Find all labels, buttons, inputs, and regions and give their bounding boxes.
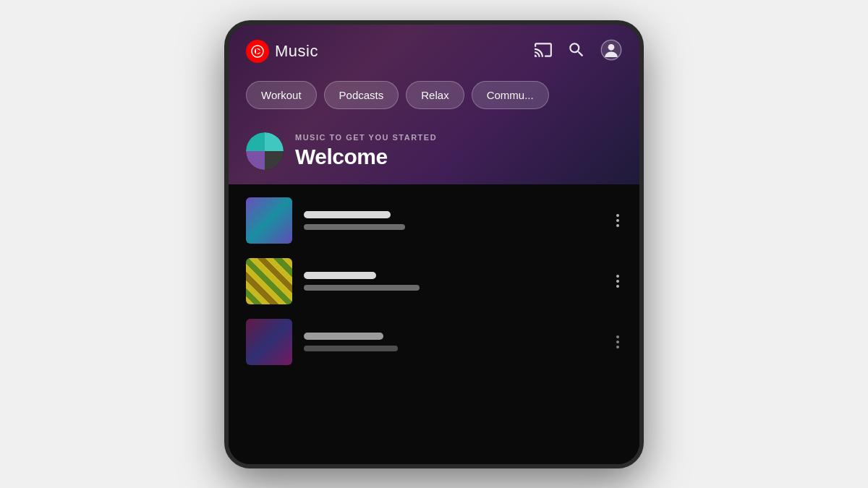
youtube-music-logo-icon <box>246 40 269 63</box>
welcome-section: MUSIC TO GET YOU STARTED Welcome <box>229 121 639 184</box>
track-more-button[interactable] <box>613 211 622 230</box>
track-info <box>304 211 602 230</box>
welcome-playlist-art <box>246 132 284 170</box>
chip-relax[interactable]: Relax <box>406 81 464 109</box>
track-more-button[interactable] <box>613 272 622 291</box>
welcome-subtitle: MUSIC TO GET YOU STARTED <box>295 133 437 142</box>
more-dot <box>616 275 619 278</box>
track-more-button[interactable] <box>613 333 622 351</box>
account-icon[interactable] <box>600 39 622 64</box>
logo-area: Music <box>246 40 318 63</box>
track-list <box>229 184 639 464</box>
more-dot <box>616 335 619 338</box>
welcome-text-block: MUSIC TO GET YOU STARTED Welcome <box>295 133 437 169</box>
chip-podcasts[interactable]: Podcasts <box>324 81 399 109</box>
more-dot <box>616 214 619 217</box>
app-header: Music <box>229 25 639 75</box>
header-actions <box>534 39 622 64</box>
more-dot <box>616 219 619 222</box>
more-dot <box>616 224 619 227</box>
chip-community[interactable]: Commu... <box>472 81 549 109</box>
track-info <box>304 272 602 291</box>
track-item[interactable] <box>229 312 639 372</box>
phone-device: Music <box>224 20 644 468</box>
welcome-title: Welcome <box>295 145 437 169</box>
track-subtitle-placeholder <box>304 224 405 230</box>
app-screen: Music <box>229 25 639 464</box>
track-title-placeholder <box>304 272 376 279</box>
cast-icon[interactable] <box>534 40 553 62</box>
track-title-placeholder <box>304 333 383 340</box>
track-thumbnail <box>246 319 292 365</box>
more-dot <box>616 280 619 283</box>
track-item[interactable] <box>229 190 639 251</box>
track-item[interactable] <box>229 251 639 312</box>
app-title: Music <box>275 42 318 61</box>
track-subtitle-placeholder <box>304 285 420 291</box>
category-chips: Workout Podcasts Relax Commu... <box>229 75 639 121</box>
more-dot <box>616 285 619 288</box>
search-icon[interactable] <box>567 40 586 62</box>
track-info <box>304 333 602 351</box>
more-dot <box>616 346 619 348</box>
track-title-placeholder <box>304 211 391 218</box>
more-dot <box>616 341 619 343</box>
track-thumbnail <box>246 258 292 304</box>
chip-workout[interactable]: Workout <box>246 81 317 109</box>
track-thumbnail <box>246 197 292 244</box>
svg-point-5 <box>608 43 615 50</box>
track-subtitle-placeholder <box>304 346 398 351</box>
